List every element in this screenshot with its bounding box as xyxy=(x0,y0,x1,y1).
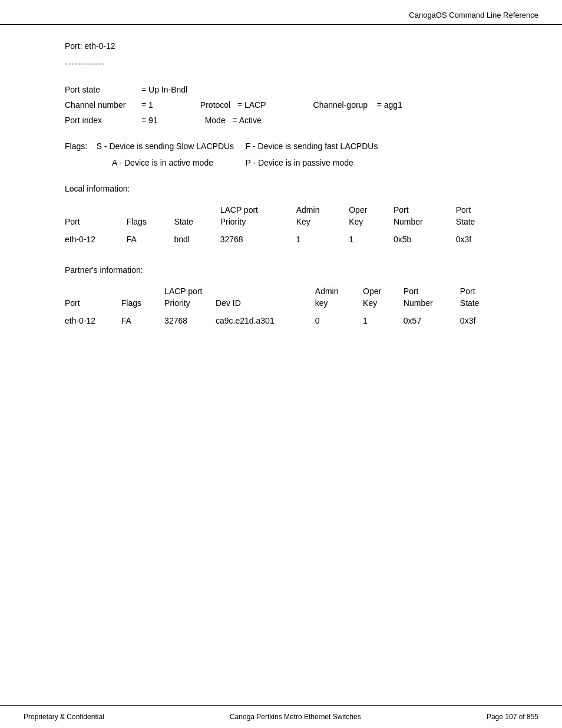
protocol-label: Protocol = LACP xyxy=(200,100,266,110)
port-index-value: = 91 xyxy=(141,116,158,125)
page-content: Port: eth-0-12 ------------ Port state =… xyxy=(0,25,562,382)
local-table-header-row2: Port Flags State Priority Key Key Number… xyxy=(65,216,497,231)
lh1-col1 xyxy=(65,204,122,216)
lh2-col7: Number xyxy=(389,216,451,231)
page-footer: Proprietary & Confidential Canoga Pertki… xyxy=(0,705,562,728)
partner-table-data-row: eth-0-12 FA 32768 ca9c.e21d.a301 0 1 0x5… xyxy=(65,312,497,329)
ph2-col8: State xyxy=(455,297,497,312)
port-label: Port: eth-0-12 xyxy=(65,41,497,51)
ph2-col6: Key xyxy=(358,297,399,312)
lh1-col8: Port xyxy=(451,204,497,216)
channel-number-value: = 1 xyxy=(141,100,153,110)
port-index-label: Port index xyxy=(65,116,141,125)
footer-center: Canoga Pertkins Metro Ethernet Switches xyxy=(230,713,361,721)
pd-col1: eth-0-12 xyxy=(65,312,117,329)
pd-col2: FA xyxy=(117,312,160,329)
lh2-col1: Port xyxy=(65,216,122,231)
ph1-col1 xyxy=(65,285,117,297)
flags-intro: Flags: xyxy=(65,141,87,151)
flag-a: A - Device is in active mode xyxy=(112,158,213,167)
mode-label: Mode = Active xyxy=(205,116,262,125)
lh2-col4: Priority xyxy=(216,216,292,231)
lh2-col6: Key xyxy=(344,216,389,231)
ph2-col3: Priority xyxy=(160,297,211,312)
ld-col7: 0x5b xyxy=(389,231,451,248)
ph2-col4: Dev ID xyxy=(211,297,310,312)
pd-col4: ca9c.e21d.a301 xyxy=(211,312,310,329)
partner-info-title: Partner's information: xyxy=(65,265,497,275)
ld-col6: 1 xyxy=(344,231,389,248)
lh2-col8: State xyxy=(451,216,497,231)
ld-col1: eth-0-12 xyxy=(65,231,122,248)
ld-col4: 32768 xyxy=(216,231,292,248)
ld-col3: bndl xyxy=(169,231,215,248)
ph1-col2 xyxy=(117,285,160,297)
pd-col6: 1 xyxy=(358,312,399,329)
separator: ------------ xyxy=(65,59,497,68)
local-info-section: Local information: LACP port Admin Oper … xyxy=(65,184,497,248)
lh2-col2: Flags xyxy=(122,216,170,231)
ld-col8: 0x3f xyxy=(451,231,497,248)
pd-col3: 32768 xyxy=(160,312,211,329)
partner-info-table: LACP port Admin Oper Port Port Port Flag… xyxy=(65,285,497,329)
ph2-col7: Number xyxy=(399,297,455,312)
lh1-col3 xyxy=(169,204,215,216)
ph2-col2: Flags xyxy=(117,297,160,312)
partner-info-section: Partner's information: LACP port Admin O… xyxy=(65,265,497,329)
channel-number-label: Channel number xyxy=(65,100,141,110)
port-state-label: Port state xyxy=(65,85,141,94)
ph1-col5: Admin xyxy=(310,285,358,297)
footer-left: Proprietary & Confidential xyxy=(24,713,104,721)
lh1-col6: Oper xyxy=(344,204,389,216)
ph1-col6: Oper xyxy=(358,285,399,297)
lh1-col5: Admin xyxy=(292,204,344,216)
flag-f: F - Device is sending fast LACPDUs xyxy=(246,141,378,151)
local-table-header-row1: LACP port Admin Oper Port Port xyxy=(65,204,497,216)
flags-line1: Flags: S - Device is sending Slow LACPDU… xyxy=(65,141,497,151)
pd-col5: 0 xyxy=(310,312,358,329)
port-state-row: Port state = Up In-Bndl Channel number =… xyxy=(65,85,497,125)
flags-line2: A - Device is in active mode P - Device … xyxy=(112,158,497,167)
port-state-value: = Up In-Bndl xyxy=(141,85,187,94)
ld-col2: FA xyxy=(122,231,170,248)
ph1-col3: LACP port xyxy=(160,285,310,297)
partner-table-header-row2: Port Flags Priority Dev ID key Key Numbe… xyxy=(65,297,497,312)
lh2-col3: State xyxy=(169,216,215,231)
pd-col8: 0x3f xyxy=(455,312,497,329)
lh1-col7: Port xyxy=(389,204,451,216)
ph1-col7: Port xyxy=(399,285,455,297)
lh2-col5: Key xyxy=(292,216,344,231)
flags-section: Flags: S - Device is sending Slow LACPDU… xyxy=(65,141,497,167)
partner-table-header-row1: LACP port Admin Oper Port Port xyxy=(65,285,497,297)
local-info-table: LACP port Admin Oper Port Port Port Flag… xyxy=(65,204,497,248)
lh1-col2 xyxy=(122,204,170,216)
ph2-col1: Port xyxy=(65,297,117,312)
footer-right: Page 107 of 855 xyxy=(487,713,538,721)
page-container: CanogaOS Command Line Reference Port: et… xyxy=(0,0,562,728)
local-info-title: Local information: xyxy=(65,184,497,193)
flag-s: S - Device is sending Slow LACPDUs xyxy=(97,141,234,151)
local-table-data-row: eth-0-12 FA bndl 32768 1 1 0x5b 0x3f xyxy=(65,231,497,248)
ph2-col5: key xyxy=(310,297,358,312)
ph1-col8: Port xyxy=(455,285,497,297)
ld-col5: 1 xyxy=(292,231,344,248)
channel-gorup-label: Channel-gorup = agg1 xyxy=(313,100,402,110)
flag-p: P - Device is in passive mode xyxy=(245,158,353,167)
page-header: CanogaOS Command Line Reference xyxy=(0,0,562,25)
header-title: CanogaOS Command Line Reference xyxy=(409,11,538,19)
pd-col7: 0x57 xyxy=(399,312,455,329)
lh1-col4: LACP port xyxy=(216,204,292,216)
